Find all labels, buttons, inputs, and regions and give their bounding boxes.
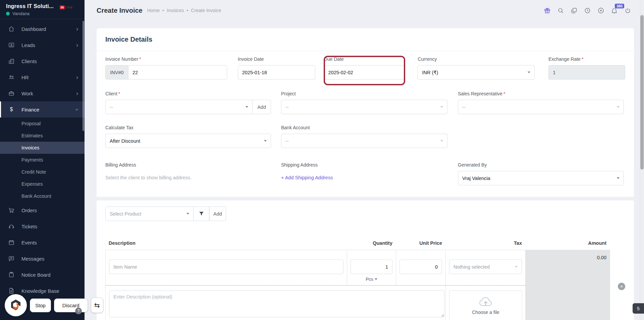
exchange-rate-label: Exchange Rate* [548,56,625,62]
page-scrollbar-thumb[interactable] [640,15,644,170]
sidebar-item-events[interactable]: Events [0,234,85,250]
file-upload-box[interactable]: Choose a file [449,290,522,320]
item-name-input[interactable] [109,260,343,274]
sidebar-subitem-bank-account[interactable]: Bank Account [0,190,85,202]
calculate-tax-select[interactable]: After Discount [105,134,271,148]
unit-select[interactable]: Pcs [351,277,392,282]
sidebar-item-dashboard[interactable]: Dashboard› [0,21,85,37]
crm-logo: IN CRM [60,5,72,9]
exchange-rate-input [548,65,625,80]
clipboard-icon [8,271,15,278]
caret-icon [264,140,267,142]
select-product-dropdown[interactable]: Select Product [105,207,194,221]
breadcrumb-home[interactable]: Home [147,8,160,13]
chat-icon [8,255,15,262]
tax-select[interactable]: Nothing selected [449,260,522,274]
help-badge[interactable]: ? [75,308,82,314]
sidebar-scrollbar-thumb[interactable] [83,21,84,131]
sidebar-item-orders[interactable]: Orders [0,202,85,218]
sidebar: Ingress IT Soluti... IN CRM Vandana Dash… [0,0,85,320]
due-date-input[interactable] [324,65,405,80]
sidebar-subitem-expenses[interactable]: Expenses [0,178,85,190]
invoice-number-input[interactable] [128,65,227,79]
history-clock-icon[interactable] [584,7,591,14]
client-select[interactable]: -- [105,100,253,114]
notifications-bell-icon[interactable]: 385 [611,7,618,14]
project-label: Project [281,91,447,96]
caret-icon [515,266,518,268]
automation-overlay: Stop Discard ⇆ [5,294,103,316]
column-header-amount: Amount [525,240,610,246]
filter-funnel-icon [199,211,204,217]
swap-button[interactable]: ⇆ [91,298,103,313]
sidebar-subitem-estimates[interactable]: Estimates [0,130,85,142]
unit-price-input[interactable] [399,260,442,274]
sidebar-item-clients[interactable]: Clients [0,53,85,69]
project-select[interactable]: -- [281,100,447,114]
sidebar-nav: Dashboard› Leads› Clients HR› Work› $ Fi… [0,21,85,299]
breadcrumb-invoices[interactable]: Invoices [167,8,184,13]
invoice-items-table: Description Quantity Unit Price Tax Amou… [105,240,625,320]
sidebar-subitem-credit-note[interactable]: Credit Note [0,166,85,178]
sidebar-item-hr[interactable]: HR› [0,69,85,85]
quantity-input[interactable] [351,260,392,274]
item-row: Pcs Nothing selected 0.00 [105,250,610,285]
sidebar-item-leads[interactable]: Leads› [0,37,85,53]
leads-icon [8,42,15,48]
remove-row-button[interactable]: ✕ [618,283,625,290]
sidebar-item-messages[interactable]: Messages [0,250,85,267]
topbar-icons: 385 [544,7,631,14]
sales-representative-select[interactable]: -- [458,100,624,114]
stop-button[interactable]: Stop [30,299,51,312]
headset-icon [8,223,15,230]
item-description-textarea[interactable] [109,290,444,317]
sidebar-item-tickets[interactable]: Tickets [0,218,85,234]
notification-count-badge: 385 [615,4,624,8]
sidebar-item-finance[interactable]: $ Finance› [0,101,85,118]
sidebar-item-work[interactable]: Work› [0,85,85,101]
add-client-button[interactable]: Add [253,100,271,114]
power-icon[interactable] [624,7,631,14]
column-header-quantity: Quantity [347,240,396,246]
notes-icon[interactable] [571,7,578,14]
sidebar-subitem-invoices[interactable]: Invoices [0,142,85,154]
sidebar-subitem-payments[interactable]: Payments [0,154,85,166]
invoice-form-card: Invoice Details Invoice Number* INV#0 In… [97,28,634,320]
sidebar-item-notice-board[interactable]: Notice Board [0,267,85,283]
swap-arrows-icon: ⇆ [94,301,100,309]
extension-logo[interactable] [5,294,27,316]
column-header-description: Description [105,240,347,246]
invoice-date-label: Invoice Date [238,56,315,62]
filter-products-button[interactable] [194,207,209,221]
generated-by-select[interactable]: Vraj Valencia [458,171,624,185]
caret-icon [440,106,443,108]
calculate-tax-label: Calculate Tax [105,125,271,130]
caret-icon [528,72,530,73]
add-shipping-address-link[interactable]: + Add Shipping Address [281,171,333,180]
caret-icon [617,177,620,179]
page-scrollbar[interactable] [640,0,644,320]
shipping-address-label: Shipping Address [281,162,447,168]
dollar-icon: $ [8,106,15,112]
due-date-label: Due Date [324,56,405,62]
discard-button[interactable]: Discard [54,299,88,312]
invoice-number-prefix: INV#0 [106,65,128,79]
bank-account-select[interactable]: -- [281,134,447,148]
currency-select[interactable]: INR (₹) [418,65,535,80]
invoice-date-input[interactable] [238,65,315,80]
gift-icon[interactable] [544,7,551,14]
section-title: Invoice Details [105,36,625,51]
add-circle-icon[interactable] [597,7,604,14]
page-count-badge[interactable]: 5 [633,303,644,314]
bank-account-label: Bank Account [281,125,447,130]
search-icon[interactable] [557,7,564,14]
sidebar-subitem-proposal[interactable]: Proposal [0,118,85,130]
breadcrumb-create-invoice: Create Invoice [191,8,221,13]
org-header: Ingress IT Soluti... IN CRM Vandana [0,0,85,19]
online-status-dot [6,12,10,15]
user-name: Vandana [12,11,30,16]
add-product-button[interactable]: Add [209,207,226,221]
generated-by-label: Generated By [458,162,624,168]
home-icon [8,26,15,32]
caret-icon [246,106,248,108]
